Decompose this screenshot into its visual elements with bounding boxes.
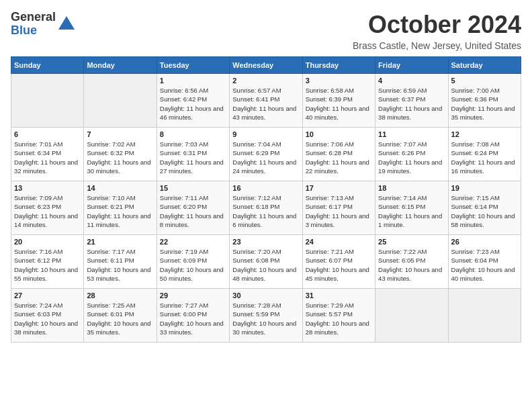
calendar-cell: 9Sunrise: 7:04 AMSunset: 6:29 PMDaylight… — [230, 128, 302, 181]
calendar-cell: 19Sunrise: 7:15 AMSunset: 6:14 PMDayligh… — [448, 181, 521, 235]
day-info: Sunrise: 7:12 AMSunset: 6:18 PMDaylight:… — [232, 193, 299, 229]
calendar-cell: 31Sunrise: 7:29 AMSunset: 5:57 PMDayligh… — [302, 289, 375, 342]
day-info: Sunrise: 7:03 AMSunset: 6:31 PMDaylight:… — [160, 140, 226, 175]
day-number: 13 — [14, 184, 81, 192]
header-day-friday: Friday — [375, 57, 448, 74]
day-info: Sunrise: 6:58 AMSunset: 6:39 PMDaylight:… — [306, 86, 372, 122]
calendar-cell: 16Sunrise: 7:12 AMSunset: 6:18 PMDayligh… — [230, 181, 302, 235]
day-info: Sunrise: 7:25 AMSunset: 6:01 PMDaylight:… — [87, 301, 153, 336]
page-header: General Blue October 2024 Brass Castle, … — [11, 11, 521, 51]
day-number: 18 — [378, 184, 445, 192]
calendar-cell: 17Sunrise: 7:13 AMSunset: 6:17 PMDayligh… — [302, 181, 375, 235]
svg-marker-0 — [58, 16, 75, 30]
day-info: Sunrise: 6:59 AMSunset: 6:37 PMDaylight:… — [378, 86, 445, 122]
calendar-cell: 4Sunrise: 6:59 AMSunset: 6:37 PMDaylight… — [375, 74, 448, 128]
calendar-cell — [448, 289, 521, 342]
day-number: 22 — [160, 238, 226, 246]
calendar-cell: 3Sunrise: 6:58 AMSunset: 6:39 PMDaylight… — [302, 74, 375, 128]
logo-blue: Blue — [11, 24, 56, 38]
day-info: Sunrise: 7:02 AMSunset: 6:32 PMDaylight:… — [87, 140, 153, 175]
calendar-cell: 12Sunrise: 7:08 AMSunset: 6:24 PMDayligh… — [448, 128, 521, 181]
calendar-cell — [375, 289, 448, 342]
day-number: 25 — [378, 238, 445, 246]
day-number: 21 — [87, 238, 153, 246]
logo-general: General — [11, 11, 56, 24]
day-info: Sunrise: 7:22 AMSunset: 6:05 PMDaylight:… — [378, 247, 445, 283]
day-info: Sunrise: 7:29 AMSunset: 5:57 PMDaylight:… — [306, 301, 372, 336]
day-info: Sunrise: 7:21 AMSunset: 6:07 PMDaylight:… — [306, 247, 372, 283]
calendar-cell: 28Sunrise: 7:25 AMSunset: 6:01 PMDayligh… — [84, 289, 157, 342]
day-number: 2 — [232, 77, 299, 85]
calendar-table: SundayMondayTuesdayWednesdayThursdayFrid… — [11, 56, 521, 342]
day-number: 9 — [232, 130, 299, 138]
day-number: 27 — [14, 291, 81, 300]
calendar-cell: 1Sunrise: 6:56 AMSunset: 6:42 PMDaylight… — [157, 74, 229, 128]
logo: General Blue — [11, 11, 76, 38]
day-number: 7 — [87, 130, 153, 138]
day-info: Sunrise: 7:09 AMSunset: 6:23 PMDaylight:… — [14, 193, 81, 229]
location: Brass Castle, New Jersey, United States — [353, 40, 521, 51]
calendar-cell: 21Sunrise: 7:17 AMSunset: 6:11 PMDayligh… — [84, 235, 157, 289]
calendar-cell: 13Sunrise: 7:09 AMSunset: 6:23 PMDayligh… — [11, 181, 84, 235]
calendar-body: 1Sunrise: 6:56 AMSunset: 6:42 PMDaylight… — [11, 74, 521, 342]
calendar-cell: 7Sunrise: 7:02 AMSunset: 6:32 PMDaylight… — [84, 128, 157, 181]
calendar-cell: 10Sunrise: 7:06 AMSunset: 6:28 PMDayligh… — [302, 128, 375, 181]
day-info: Sunrise: 7:04 AMSunset: 6:29 PMDaylight:… — [232, 140, 299, 175]
day-info: Sunrise: 7:14 AMSunset: 6:15 PMDaylight:… — [378, 193, 445, 229]
day-info: Sunrise: 7:17 AMSunset: 6:11 PMDaylight:… — [87, 247, 153, 283]
day-number: 16 — [232, 184, 299, 192]
title-section: October 2024 Brass Castle, New Jersey, U… — [353, 11, 521, 51]
calendar-cell: 26Sunrise: 7:23 AMSunset: 6:04 PMDayligh… — [448, 235, 521, 289]
calendar-cell: 15Sunrise: 7:11 AMSunset: 6:20 PMDayligh… — [157, 181, 229, 235]
day-number: 6 — [14, 130, 81, 138]
calendar-header: SundayMondayTuesdayWednesdayThursdayFrid… — [11, 57, 521, 74]
calendar-cell: 30Sunrise: 7:28 AMSunset: 5:59 PMDayligh… — [230, 289, 302, 342]
day-info: Sunrise: 7:28 AMSunset: 5:59 PMDaylight:… — [232, 301, 299, 336]
day-number: 28 — [87, 291, 153, 300]
day-number: 26 — [451, 238, 518, 246]
calendar-cell: 20Sunrise: 7:16 AMSunset: 6:12 PMDayligh… — [11, 235, 84, 289]
calendar-week-5: 27Sunrise: 7:24 AMSunset: 6:03 PMDayligh… — [11, 289, 521, 342]
month-title: October 2024 — [353, 11, 521, 39]
header-day-thursday: Thursday — [302, 57, 375, 74]
calendar-cell: 23Sunrise: 7:20 AMSunset: 6:08 PMDayligh… — [230, 235, 302, 289]
day-number: 3 — [306, 77, 372, 85]
day-info: Sunrise: 7:01 AMSunset: 6:34 PMDaylight:… — [14, 140, 81, 175]
calendar-cell — [84, 74, 157, 128]
header-day-wednesday: Wednesday — [230, 57, 302, 74]
day-info: Sunrise: 7:15 AMSunset: 6:14 PMDaylight:… — [451, 193, 518, 229]
day-number: 8 — [160, 130, 226, 138]
day-info: Sunrise: 6:57 AMSunset: 6:41 PMDaylight:… — [232, 86, 299, 122]
day-number: 24 — [306, 238, 372, 246]
day-number: 11 — [378, 130, 445, 138]
day-info: Sunrise: 7:08 AMSunset: 6:24 PMDaylight:… — [451, 140, 518, 175]
calendar-cell: 29Sunrise: 7:27 AMSunset: 6:00 PMDayligh… — [157, 289, 229, 342]
logo-icon — [57, 15, 76, 34]
day-info: Sunrise: 7:10 AMSunset: 6:21 PMDaylight:… — [87, 193, 153, 229]
header-day-sunday: Sunday — [11, 57, 84, 74]
day-info: Sunrise: 7:00 AMSunset: 6:36 PMDaylight:… — [451, 86, 518, 122]
calendar-cell: 5Sunrise: 7:00 AMSunset: 6:36 PMDaylight… — [448, 74, 521, 128]
calendar-week-1: 1Sunrise: 6:56 AMSunset: 6:42 PMDaylight… — [11, 74, 521, 128]
calendar-cell: 24Sunrise: 7:21 AMSunset: 6:07 PMDayligh… — [302, 235, 375, 289]
day-number: 20 — [14, 238, 81, 246]
calendar-cell: 18Sunrise: 7:14 AMSunset: 6:15 PMDayligh… — [375, 181, 448, 235]
day-info: Sunrise: 6:56 AMSunset: 6:42 PMDaylight:… — [160, 86, 226, 122]
header-day-saturday: Saturday — [448, 57, 521, 74]
day-number: 12 — [451, 130, 518, 138]
day-number: 5 — [451, 77, 518, 85]
day-info: Sunrise: 7:23 AMSunset: 6:04 PMDaylight:… — [451, 247, 518, 283]
day-info: Sunrise: 7:16 AMSunset: 6:12 PMDaylight:… — [14, 247, 81, 283]
day-number: 10 — [306, 130, 372, 138]
day-number: 1 — [160, 77, 226, 85]
day-info: Sunrise: 7:19 AMSunset: 6:09 PMDaylight:… — [160, 247, 226, 283]
calendar-cell: 11Sunrise: 7:07 AMSunset: 6:26 PMDayligh… — [375, 128, 448, 181]
calendar-cell: 25Sunrise: 7:22 AMSunset: 6:05 PMDayligh… — [375, 235, 448, 289]
day-number: 30 — [232, 291, 299, 300]
day-number: 14 — [87, 184, 153, 192]
day-number: 15 — [160, 184, 226, 192]
calendar-week-4: 20Sunrise: 7:16 AMSunset: 6:12 PMDayligh… — [11, 235, 521, 289]
day-number: 19 — [451, 184, 518, 192]
calendar-week-2: 6Sunrise: 7:01 AMSunset: 6:34 PMDaylight… — [11, 128, 521, 181]
day-info: Sunrise: 7:20 AMSunset: 6:08 PMDaylight:… — [232, 247, 299, 283]
